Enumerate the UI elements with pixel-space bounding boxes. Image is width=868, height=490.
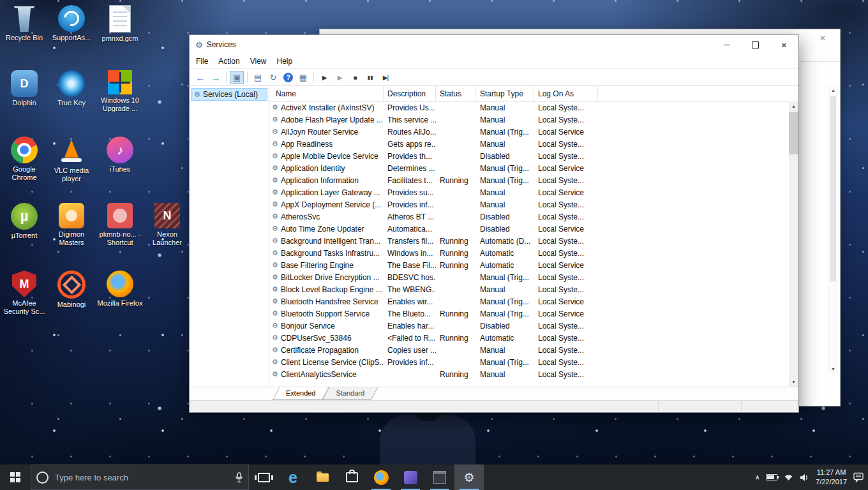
taskbar-search[interactable] — [31, 464, 249, 490]
service-row[interactable]: ⚙AppX Deployment Service (... Provides i… — [269, 198, 789, 211]
minimize-button[interactable] — [712, 35, 741, 54]
app-window-2-button[interactable] — [425, 464, 454, 490]
help-menu[interactable]: Help — [272, 57, 298, 66]
column-header-description[interactable]: Description — [384, 86, 436, 101]
start-service-icon[interactable]: ▶ — [317, 71, 331, 84]
service-row[interactable]: ⚙Application Identity Determines ... Man… — [269, 162, 789, 174]
service-gear-icon: ⚙ — [272, 309, 278, 318]
battery-icon[interactable] — [766, 474, 777, 480]
service-row[interactable]: ⚙ActiveX Installer (AxInstSV) Provides U… — [269, 101, 789, 114]
tree-item-services-local[interactable]: ⚙ Services (Local) — [191, 88, 267, 101]
action-center-icon[interactable] — [853, 472, 864, 482]
service-row[interactable]: ⚙Certificate Propagation Copies user ...… — [269, 344, 789, 356]
tab-standard[interactable]: Standard — [326, 387, 375, 400]
scroll-up-icon[interactable]: ▲ — [789, 101, 798, 111]
firefox-button[interactable] — [366, 464, 396, 490]
scroll-thumb[interactable] — [789, 112, 798, 154]
service-row[interactable]: ⚙Apple Mobile Device Service Provides th… — [269, 150, 789, 162]
service-row[interactable]: ⚙AllJoyn Router Service Routes AllJo... … — [269, 126, 789, 138]
back-icon[interactable]: ← — [193, 71, 207, 84]
toolbar-separator[interactable] — [313, 72, 314, 83]
toolbar-separator[interactable] — [247, 72, 248, 83]
tab-extended[interactable]: Extended — [276, 387, 326, 400]
search-input[interactable] — [54, 472, 230, 483]
service-row[interactable]: ⚙ClientAnalyticsService Running Manual L… — [269, 368, 789, 380]
mabinogi-icon[interactable]: Mabinogi — [49, 271, 94, 309]
column-header-status[interactable]: Status — [436, 86, 476, 101]
mcafee-icon[interactable]: M McAfee Security Sc... — [1, 271, 47, 316]
refresh-icon[interactable]: ↻ — [266, 71, 280, 84]
service-row[interactable]: ⚙Background Intelligent Tran... Transfer… — [269, 235, 789, 247]
column-header-name[interactable]: Name — [269, 86, 384, 101]
help-icon[interactable]: ? — [283, 73, 293, 82]
gcm-file-icon[interactable]: pmnxd.gcm — [97, 5, 143, 43]
pause-service-icon[interactable]: ▮▮ — [363, 71, 377, 84]
service-row[interactable]: ⚙CDPUserSvc_53846 <Failed to R... Runnin… — [269, 332, 789, 344]
restart-service-icon[interactable]: ▶| — [378, 71, 393, 84]
column-header-log-on-as[interactable]: Log On As — [534, 86, 598, 101]
scroll-down-icon[interactable]: ▼ — [789, 377, 798, 387]
file-explorer-button[interactable] — [308, 464, 337, 490]
pkmn-shortcut-icon[interactable]: pkmnb-no... - Shortcut — [97, 203, 143, 247]
app-window-1-button[interactable] — [396, 464, 425, 490]
microphone-icon[interactable] — [235, 472, 243, 483]
service-startup-type: Manual (Trig... — [476, 176, 534, 185]
service-row[interactable]: ⚙Adobe Flash Player Update ... This serv… — [269, 114, 789, 126]
digimon-masters-icon[interactable]: Digimon Masters — [49, 203, 94, 247]
scroll-thumb[interactable] — [830, 96, 836, 281]
bg-window-scrollbar[interactable]: ▲ ▼ — [828, 85, 838, 374]
service-row[interactable]: ⚙BitLocker Drive Encryption ... BDESVC h… — [269, 271, 789, 283]
console-tree-icon[interactable]: ▣ — [230, 71, 244, 84]
wifi-icon[interactable] — [784, 473, 793, 481]
service-row[interactable]: ⚙Block Level Backup Engine ... The WBENG… — [269, 283, 789, 295]
edge-button[interactable]: e — [278, 464, 308, 490]
start-button[interactable] — [0, 464, 31, 490]
windows10-upgrade-icon[interactable]: Windows 10 Upgrade ... — [97, 70, 143, 113]
mozilla-firefox-icon[interactable]: Mozilla Firefox — [97, 271, 143, 308]
action-menu[interactable]: Action — [213, 57, 244, 66]
service-row[interactable]: ⚙Bonjour Service Enables har... Disabled… — [269, 320, 789, 332]
scroll-down-icon[interactable]: ▼ — [828, 364, 838, 374]
service-row[interactable]: ⚙App Readiness Gets apps re... Manual Lo… — [269, 138, 789, 150]
recycle-bin-icon[interactable]: Recycle Bin — [1, 5, 47, 42]
nexon-launcher-icon[interactable]: N Nexon Launcher — [144, 203, 190, 247]
service-row[interactable]: ⚙Base Filtering Engine The Base Fil... R… — [269, 259, 789, 271]
true-key-icon[interactable]: True Key — [49, 70, 94, 107]
titlebar[interactable]: ⚙ Services × — [190, 35, 798, 54]
list-scrollbar[interactable]: ▲ ▼ — [789, 101, 798, 387]
volume-icon[interactable] — [800, 473, 809, 482]
itunes-icon[interactable]: ♪ iTunes — [97, 137, 143, 174]
store-button[interactable] — [337, 464, 366, 490]
vlc-icon[interactable]: VLC media player — [49, 137, 94, 183]
service-row[interactable]: ⚙Application Layer Gateway ... Provides … — [269, 186, 789, 198]
tray-chevron-icon[interactable]: ∧ — [755, 474, 760, 480]
support-assist-icon[interactable]: SupportAs... — [49, 5, 94, 42]
task-view-button[interactable] — [249, 464, 278, 490]
file-menu[interactable]: File — [191, 57, 213, 66]
taskbar-clock[interactable]: 11:27 AM 7/22/2017 — [816, 468, 847, 487]
service-row[interactable]: ⚙Bluetooth Handsfree Service Enables wir… — [269, 295, 789, 308]
forward-icon[interactable]: → — [209, 71, 223, 84]
service-name: Bluetooth Support Service — [281, 309, 370, 318]
service-row[interactable]: ⚙Auto Time Zone Updater Automatica... Di… — [269, 223, 789, 235]
bg-window-close-icon[interactable]: × — [816, 32, 830, 45]
service-row[interactable]: ⚙Application Information Facilitates t..… — [269, 174, 789, 186]
scroll-up-icon[interactable]: ▲ — [828, 85, 838, 95]
google-chrome-icon[interactable]: Google Chrome — [1, 137, 47, 182]
properties-icon[interactable]: ▦ — [296, 71, 310, 84]
service-row[interactable]: ⚙AtherosSvc Atheros BT ... Disabled Loca… — [269, 211, 789, 223]
close-button[interactable]: × — [770, 35, 798, 54]
stop-service-icon[interactable]: ■ — [348, 71, 362, 84]
service-row[interactable]: ⚙Client License Service (ClipS... Provid… — [269, 356, 789, 368]
resume-service-icon[interactable]: ▶ — [333, 71, 347, 84]
toolbar-separator[interactable] — [226, 72, 227, 83]
export-list-icon[interactable]: ▤ — [251, 71, 265, 84]
service-row[interactable]: ⚙Background Tasks Infrastru... Windows i… — [269, 247, 789, 259]
utorrent-icon[interactable]: µ µTorrent — [1, 203, 47, 240]
column-header-startup-type[interactable]: Startup Type — [476, 86, 534, 101]
service-row[interactable]: ⚙Bluetooth Support Service The Blueto...… — [269, 308, 789, 320]
maximize-button[interactable] — [741, 35, 770, 54]
settings-button[interactable]: ⚙ — [454, 464, 484, 490]
dolphin-icon[interactable]: D Dolphin — [1, 70, 47, 107]
view-menu[interactable]: View — [245, 57, 272, 66]
